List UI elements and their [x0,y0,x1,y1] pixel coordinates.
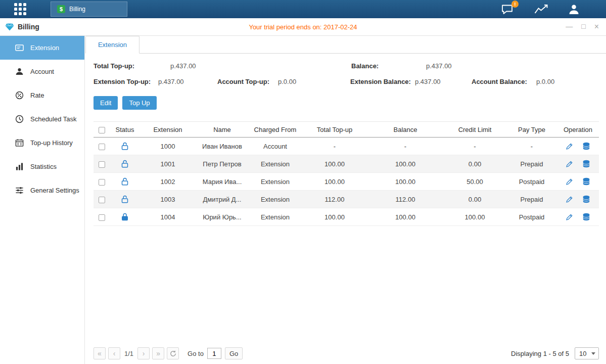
account-person-icon [15,67,24,76]
col-name: Name [196,122,249,138]
summary-value: p.437.00 [415,78,441,85]
summary-value: p.437.00 [170,62,196,70]
action-buttons: Edit Top Up [94,96,599,110]
sidebar-item-extension[interactable]: Extension [0,36,84,60]
summary-label: Account Top-up: [217,78,269,85]
extension-card-icon [15,43,24,52]
window-controls: — □ × [566,23,599,31]
page-size-select[interactable]: 10 [575,347,599,359]
status-locked-icon[interactable] [121,213,128,221]
goto-page-input[interactable] [207,348,221,359]
topup-coins-icon[interactable] [582,213,590,221]
maximize-button[interactable]: □ [581,23,585,31]
col-status: Status [110,122,140,138]
billing-app-window: $ Billing ! Your trial period ends on: 2… [0,0,606,364]
cell-balance: 100.00 [367,173,443,191]
first-page-button[interactable]: « [94,347,106,359]
app-launcher-grid-icon[interactable] [14,3,27,16]
notification-badge: ! [511,1,519,8]
billing-taskbar-tab-label: Billing [69,6,85,13]
cell-total-topup: - [302,138,367,155]
row-checkbox[interactable] [99,214,105,221]
cell-extension: 1000 [140,138,196,155]
cell-credit-limit: 100.00 [443,208,506,226]
window-titlebar: Your trial period ends on: 2017-02-24 Bi… [0,18,606,36]
go-button[interactable]: Go [225,347,243,359]
sidebar-item-label: Statistics [30,163,57,170]
col-operation: Operation [557,122,599,138]
topup-coins-icon[interactable] [582,142,590,150]
row-checkbox[interactable] [99,161,105,168]
cell-extension: 1002 [140,173,196,191]
cell-credit-limit: 50.00 [443,173,506,191]
cell-balance: - [367,138,443,155]
messages-icon[interactable]: ! [501,4,514,15]
cell-name: Дмитрий Д... [196,191,249,208]
displaying-count: Displaying 1 - 5 of 5 [511,350,569,357]
refresh-button[interactable] [167,347,179,359]
summary-value: p.0.00 [278,78,296,85]
edit-icon[interactable] [566,143,573,150]
extension-table: Status Extension Name Charged From Total… [94,121,599,226]
col-pay-type: Pay Type [506,122,557,138]
edit-icon[interactable] [566,178,573,186]
close-button[interactable]: × [594,23,599,31]
topup-coins-icon[interactable] [582,195,590,203]
status-unlocked-icon[interactable] [121,177,128,186]
edit-icon[interactable] [566,213,573,221]
summary-label: Total Top-up: [94,62,134,70]
status-unlocked-icon[interactable] [121,142,128,150]
summary-value: p.437.00 [426,62,452,70]
topup-coins-icon[interactable] [582,160,590,168]
top-up-button[interactable]: Top Up [122,96,156,110]
billing-taskbar-tab[interactable]: $ Billing [51,2,127,17]
edit-button[interactable]: Edit [94,96,118,110]
cell-balance: 100.00 [367,208,443,226]
sidebar-item-rate[interactable]: Rate [0,83,84,107]
sidebar-item-statistics[interactable]: Statistics [0,155,84,178]
sidebar: Extension Account Rate Scheduled Task To… [0,36,85,364]
cell-total-topup: 100.00 [302,155,367,173]
calendar-icon [15,139,24,147]
sidebar-item-account[interactable]: Account [0,60,84,83]
window-title-label: Billing [18,23,39,31]
monitor-chart-icon[interactable] [534,4,548,14]
select-all-checkbox[interactable] [99,127,105,133]
cell-charged-from: Extension [249,191,302,208]
window-title: Billing [5,23,39,31]
col-total-topup: Total Top-up [302,122,367,138]
sliders-icon [15,186,24,195]
next-page-button[interactable]: › [137,347,150,359]
cell-name: Иван Иванов [196,138,249,155]
row-checkbox[interactable] [99,179,105,186]
edit-icon[interactable] [566,160,573,168]
sidebar-item-scheduled-task[interactable]: Scheduled Task [0,107,84,131]
chevron-down-icon [591,352,595,355]
summary-label: Balance: [351,62,379,70]
desktop-topbar: $ Billing ! [0,0,606,18]
edit-icon[interactable] [566,196,573,203]
topup-coins-icon[interactable] [582,177,590,186]
cell-balance: 100.00 [367,155,443,173]
tab-extension[interactable]: Extension [85,36,139,54]
cell-pay-type: Prepaid [506,191,557,208]
row-checkbox[interactable] [99,144,105,150]
sidebar-item-general-settings[interactable]: General Settings [0,178,84,202]
last-page-button[interactable]: » [152,347,164,359]
sidebar-item-label: Extension [30,44,59,52]
cell-pay-type: - [506,138,557,155]
clock-icon [15,115,24,123]
prev-page-button[interactable]: ‹ [108,347,120,359]
sidebar-item-label: Account [30,68,54,75]
status-unlocked-icon[interactable] [121,160,128,168]
sidebar-item-label: Rate [30,92,44,99]
row-checkbox[interactable] [99,197,105,203]
table-row: 1004 Юрий Юрь... Extension 100.00 100.00… [94,208,599,226]
user-account-icon[interactable] [568,4,580,15]
sidebar-item-label: Scheduled Task [30,115,77,123]
sidebar-item-topup-history[interactable]: Top-up History [0,131,84,155]
cell-charged-from: Extension [249,173,302,191]
cell-pay-type: Postpaid [506,208,557,226]
status-unlocked-icon[interactable] [121,195,128,203]
minimize-button[interactable]: — [566,23,573,31]
